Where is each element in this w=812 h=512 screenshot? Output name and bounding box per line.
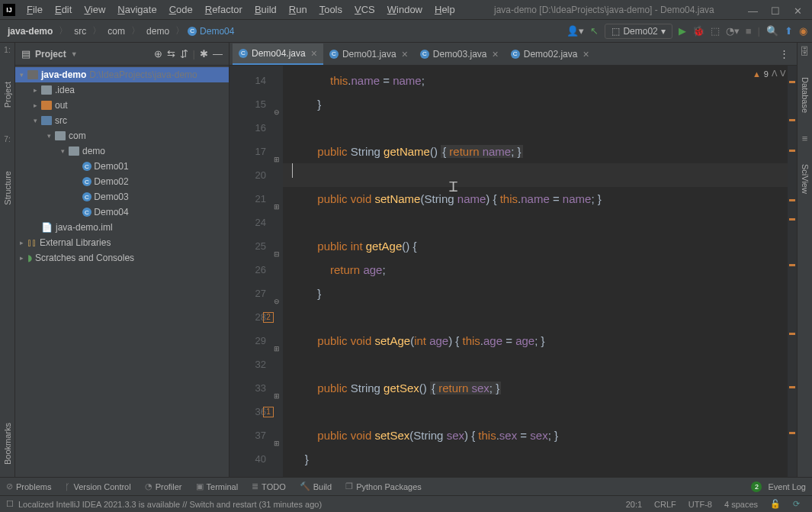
memory-icon[interactable]: ⟳ <box>787 499 806 509</box>
fold-icon[interactable]: ⊖ <box>272 101 280 108</box>
tree-class-demo04[interactable]: C Demo04 <box>15 204 229 220</box>
structure-tool-tab[interactable]: Structure <box>2 166 14 210</box>
todo-button[interactable]: ≣TODO <box>252 481 286 491</box>
menu-navigate[interactable]: Navigate <box>112 2 162 18</box>
editor-tab[interactable]: CDemo01.java× <box>323 44 414 64</box>
fold-icon[interactable]: ⊞ <box>272 148 280 156</box>
coverage-icon[interactable]: ⬚ <box>711 25 720 37</box>
search-icon[interactable]: 🔍 <box>766 25 778 37</box>
settings-icon[interactable]: ✱ <box>200 48 208 60</box>
profile-icon[interactable]: ◔▾ <box>726 25 740 37</box>
tree-class-demo03[interactable]: C Demo03 <box>15 189 229 204</box>
ide-settings-icon[interactable]: ◉ <box>799 25 807 37</box>
collapse-all-icon[interactable]: ⇵ <box>180 48 188 60</box>
stop-icon[interactable]: ■ <box>746 25 752 37</box>
gutter[interactable]: 1415⊖1617⊞2021⊞2425⊟2627⊖28229⊞3233⊞3613… <box>229 66 283 477</box>
status-message[interactable]: Localized IntelliJ IDEA 2021.3.3 is avai… <box>18 500 620 509</box>
sync-icon[interactable]: ⬆ <box>785 25 793 37</box>
tree-scratches[interactable]: ▸◗Scratches and Consoles <box>15 250 229 266</box>
database-icon[interactable]: 🗄 <box>800 46 810 57</box>
breadcrumb-src[interactable]: src <box>71 24 89 38</box>
menu-window[interactable]: Window <box>382 2 428 18</box>
tree-src[interactable]: ▾src <box>15 113 229 128</box>
menu-edit[interactable]: Edit <box>50 2 77 18</box>
inspection-widget[interactable]: ▲9 ᐱ ᐯ <box>753 69 786 79</box>
fold-icon[interactable]: ⊞ <box>272 432 280 440</box>
close-tab-icon[interactable]: × <box>402 48 408 60</box>
readonly-icon[interactable]: 🔓 <box>764 499 787 509</box>
indent-setting[interactable]: 4 spaces <box>718 500 764 509</box>
fold-icon[interactable]: ⊞ <box>272 385 280 392</box>
bookmarks-tool-tab[interactable]: Bookmarks <box>2 418 14 469</box>
tree-class-demo01[interactable]: C Demo01 <box>15 159 229 174</box>
problems-button[interactable]: ⊘Problems <box>6 481 51 491</box>
usage-badge[interactable]: 2 <box>263 312 274 323</box>
terminal-button[interactable]: ▣Terminal <box>196 481 239 491</box>
close-tab-icon[interactable]: × <box>311 47 317 60</box>
version-control-button[interactable]: ᚴVersion Control <box>65 482 130 491</box>
tree-root[interactable]: ▾java-demoD:\IdeaProjects\java-demo <box>15 67 229 82</box>
line-separator[interactable]: CRLF <box>648 500 682 509</box>
menu-refactor[interactable]: Refactor <box>200 2 248 18</box>
fold-icon[interactable]: ⊟ <box>272 243 280 250</box>
editor-tab[interactable]: CDemo04.java× <box>233 43 323 65</box>
build-icon[interactable]: ↖ <box>590 25 599 37</box>
project-tool-tab[interactable]: Project <box>2 77 14 112</box>
debug-icon[interactable]: 🐞 <box>692 25 704 37</box>
python-packages-button[interactable]: ❐Python Packages <box>345 481 422 491</box>
menu-code[interactable]: Code <box>164 2 198 18</box>
add-config-icon[interactable]: 👤▾ <box>566 25 584 37</box>
run-config-select[interactable]: ⬚ Demo02 ▾ <box>605 24 672 39</box>
menu-tools[interactable]: Tools <box>314 2 348 18</box>
breadcrumb-com[interactable]: com <box>104 24 128 38</box>
menu-build[interactable]: Build <box>249 2 282 18</box>
project-tree[interactable]: ▾java-demoD:\IdeaProjects\java-demo ▸.id… <box>15 66 229 477</box>
usage-badge[interactable]: 1 <box>263 407 274 417</box>
tree-idea[interactable]: ▸.idea <box>15 82 229 98</box>
minimize-icon[interactable]: — <box>748 5 757 14</box>
event-log-button[interactable]: 2Event Log <box>751 481 806 492</box>
sciview-tool-tab[interactable]: SciView <box>799 159 811 198</box>
breadcrumb-project[interactable]: java-demo <box>5 24 56 38</box>
sciview-icon[interactable]: ≡ <box>802 133 808 144</box>
file-encoding[interactable]: UTF-8 <box>682 500 718 509</box>
library-icon: ⫿⫿ <box>27 237 37 248</box>
fold-icon[interactable]: ⊞ <box>272 337 280 345</box>
menu-file[interactable]: File <box>21 2 48 18</box>
tool-windows-icon[interactable]: ☐ <box>6 499 14 509</box>
breadcrumb-class[interactable]: CDemo04 <box>188 26 234 37</box>
caret-position[interactable]: 20:1 <box>620 500 648 509</box>
tabs-more-icon[interactable]: ⋮ <box>772 48 797 60</box>
tree-out[interactable]: ▸out <box>15 98 229 113</box>
close-icon[interactable]: ✕ <box>794 5 803 14</box>
editor-tab[interactable]: CDemo03.java× <box>414 44 505 64</box>
profiler-button[interactable]: ◔Profiler <box>145 481 182 491</box>
run-icon[interactable]: ▶ <box>679 25 686 37</box>
select-opened-icon[interactable]: ⊕ <box>154 48 162 60</box>
breadcrumb-demo[interactable]: demo <box>143 24 172 38</box>
fold-icon[interactable]: ⊖ <box>272 290 280 298</box>
close-tab-icon[interactable]: × <box>493 48 499 60</box>
fold-icon[interactable]: ⊞ <box>272 195 280 203</box>
menu-vcs[interactable]: VCS <box>349 2 380 18</box>
build-button[interactable]: 🔨Build <box>300 481 332 491</box>
editor-tab[interactable]: CDemo02.java× <box>505 44 595 64</box>
tree-demo[interactable]: ▾demo <box>15 143 229 159</box>
code-editor[interactable]: ▲9 ᐱ ᐯ 1415⊖1617⊞2021⊞2425⊟2627⊖28229⊞32… <box>229 66 797 477</box>
tree-com[interactable]: ▾com <box>15 128 229 143</box>
close-tab-icon[interactable]: × <box>583 48 589 60</box>
menu-view[interactable]: View <box>79 2 111 18</box>
expand-all-icon[interactable]: ⇆ <box>167 48 175 60</box>
code-content[interactable]: this.name = name; } public String getNam… <box>283 66 788 477</box>
breadcrumb[interactable]: java-demo〉 src〉 com〉 demo〉 CDemo04 <box>5 24 234 38</box>
tree-iml[interactable]: 📄java-demo.iml <box>15 220 229 235</box>
maximize-icon[interactable]: ☐ <box>771 5 780 14</box>
menu-help[interactable]: Help <box>429 2 461 18</box>
tree-ext-libs[interactable]: ▸⫿⫿External Libraries <box>15 235 229 250</box>
view-mode-dropdown[interactable]: ▼ <box>71 50 78 58</box>
menu-run[interactable]: Run <box>284 2 313 18</box>
hide-icon[interactable]: — <box>213 48 223 60</box>
error-stripe[interactable] <box>788 66 797 477</box>
tree-class-demo02[interactable]: C Demo02 <box>15 174 229 189</box>
database-tool-tab[interactable]: Database <box>799 72 811 118</box>
